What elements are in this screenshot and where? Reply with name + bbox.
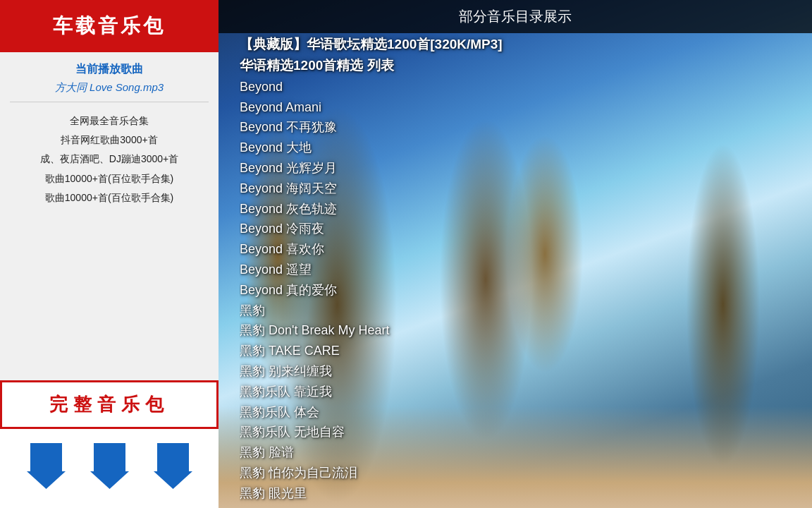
sidebar-info-item: 歌曲10000+首(百位歌手合集)	[10, 170, 209, 188]
list-item: 黑豹乐队 体会	[240, 402, 805, 423]
main-header: 部分音乐目录展示	[219, 0, 812, 33]
svg-marker-0	[27, 443, 66, 489]
list-item: 黑豹 怕你为自己流泪	[240, 463, 805, 483]
svg-marker-2	[154, 443, 192, 489]
list-item: 黑豹	[240, 301, 805, 321]
list-item: Beyond 灰色轨迹	[240, 199, 805, 219]
arrow-down-1[interactable]	[25, 437, 67, 494]
list-item: Beyond 冷雨夜	[240, 219, 805, 239]
list-item: Beyond 喜欢你	[240, 239, 805, 260]
list-item: 【典藏版】华语歌坛精选1200首[320K/MP3]	[240, 34, 805, 55]
list-item: 华语精选1200首精选 列表	[240, 55, 805, 76]
list-item: Beyond 大地	[240, 138, 805, 158]
list-item: 黑豹乐队 无地自容	[240, 422, 805, 442]
list-item: Beyond	[240, 77, 805, 97]
sidebar: 车载音乐包 当前播放歌曲 方大同 Love Song.mp3 全网最全音乐合集抖…	[0, 0, 219, 508]
list-item: Beyond Amani	[240, 97, 805, 118]
list-item: 黑豹 眼光里	[240, 483, 805, 504]
current-song: 方大同 Love Song.mp3	[0, 81, 219, 95]
list-item: Beyond 光辉岁月	[240, 158, 805, 179]
list-item: 黑豹 别来纠缠我	[240, 361, 805, 382]
list-item: 黑豹 TAKE CARE	[240, 341, 805, 361]
list-item: 黑豹 Don't Break My Heart	[240, 320, 805, 341]
list-item: Beyond 不再犹豫	[240, 117, 805, 138]
sidebar-title: 车载音乐包	[0, 0, 219, 52]
sidebar-info-item: 歌曲10000+首(百位歌手合集)	[10, 189, 209, 207]
list-item: Beyond 遥望	[240, 260, 805, 280]
arrow-down-3[interactable]	[152, 437, 194, 494]
sidebar-info-item: 全网最全音乐合集	[10, 112, 209, 130]
main-content: 部分音乐目录展示 【典藏版】华语歌坛精选1200首[320K/MP3]华语精选1…	[219, 0, 812, 508]
sidebar-info-item: 成、夜店酒吧、DJ蹦迪3000+首	[10, 150, 209, 168]
divider	[10, 102, 209, 102]
arrow-down-2[interactable]	[88, 437, 130, 494]
now-playing-label: 当前播放歌曲	[0, 62, 219, 77]
cta-button[interactable]: 完整音乐包	[0, 380, 219, 429]
list-item: Beyond 真的爱你	[240, 280, 805, 301]
arrows-section	[0, 429, 219, 508]
list-item: 黑豹乐队 靠近我	[240, 382, 805, 402]
svg-marker-1	[90, 443, 129, 489]
sidebar-bottom: 完整音乐包	[0, 380, 219, 508]
song-list: 【典藏版】华语歌坛精选1200首[320K/MP3]华语精选1200首精选 列表…	[240, 34, 805, 508]
sidebar-info: 全网最全音乐合集抖音网红歌曲3000+首成、夜店酒吧、DJ蹦迪3000+首歌曲1…	[0, 109, 219, 211]
list-item: Beyond 海阔天空	[240, 179, 805, 199]
list-item: 黑豹 脸谱	[240, 442, 805, 463]
sidebar-info-item: 抖音网红歌曲3000+首	[10, 131, 209, 149]
